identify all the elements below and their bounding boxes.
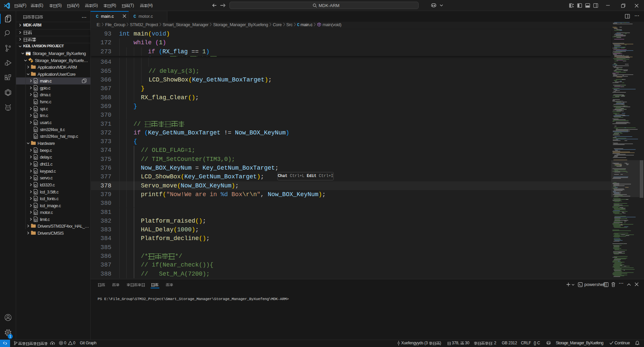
svg-text:c: c <box>35 102 36 104</box>
svg-text:c: c <box>35 95 36 97</box>
svg-text:c: c <box>35 164 36 166</box>
svg-text:c: c <box>35 198 36 200</box>
svg-text:c: c <box>35 136 36 138</box>
svg-text:c: c <box>35 205 36 207</box>
svg-text:c: c <box>35 88 36 90</box>
svg-text:c: c <box>35 157 36 159</box>
svg-text:c: c <box>35 212 36 214</box>
svg-text:c: c <box>35 129 36 131</box>
svg-text:c: c <box>35 122 36 124</box>
svg-text:c: c <box>35 171 36 173</box>
svg-text:c: c <box>35 108 36 110</box>
svg-text:c: c <box>35 178 36 180</box>
svg-text:c: c <box>35 115 36 117</box>
svg-text:c: c <box>35 80 36 82</box>
svg-text:c: c <box>35 191 36 193</box>
svg-text:c: c <box>35 184 36 186</box>
svg-text:c: c <box>35 219 36 221</box>
svg-text:c: c <box>35 150 36 152</box>
